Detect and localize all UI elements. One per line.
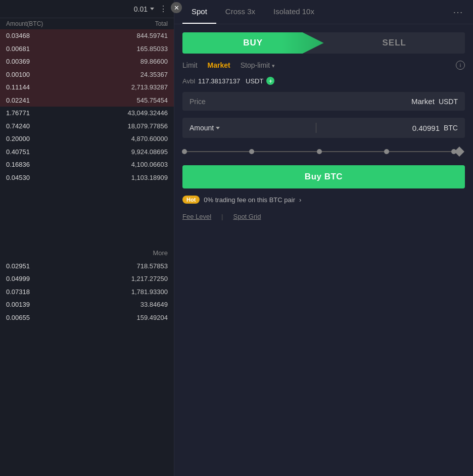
row-amount: 0.07318	[6, 287, 87, 297]
row-total: 4,870.60000	[87, 134, 168, 144]
slider-dot-25[interactable]	[249, 149, 254, 154]
slider-track	[184, 151, 454, 152]
row-total: 89.86600	[87, 57, 168, 67]
row-amount: 0.00139	[6, 300, 87, 310]
amount-currency: BTC	[444, 124, 458, 132]
more-options-icon[interactable]: ⋮	[159, 4, 168, 14]
row-total: 9,924.08695	[87, 147, 168, 157]
price-label: Price	[190, 98, 206, 106]
row-total: 1,781.93300	[87, 287, 168, 297]
row-total: 24.35367	[87, 70, 168, 80]
table-row: 0.00139 33.84649	[0, 298, 174, 311]
price-value: Market	[411, 97, 435, 106]
tabs-bar: SpotCross 3xIsolated 10x⋯	[174, 0, 473, 24]
row-amount: 0.04999	[6, 274, 87, 284]
row-total: 4,100.06603	[87, 160, 168, 170]
dropdown-arrow-icon	[150, 8, 154, 10]
field-divider	[316, 123, 316, 133]
table-row: 0.00369 89.86600	[0, 55, 174, 68]
close-button[interactable]: ✕	[171, 2, 182, 13]
order-type-stoplimit[interactable]: Stop-limit ▾	[241, 61, 275, 69]
row-amount: 1.76771	[6, 108, 87, 118]
left-header: 0.01 ⋮	[0, 0, 174, 18]
table-row: 0.11144 2,713.93287	[0, 81, 174, 94]
row-total: 844.59741	[87, 31, 168, 41]
row-total: 18,079.77856	[87, 121, 168, 131]
add-funds-button[interactable]: +	[266, 77, 274, 85]
row-amount: 0.74240	[6, 121, 87, 131]
table-row: 1.76771 43,049.32446	[0, 107, 174, 120]
table-row: 0.04530 1,103.18909	[0, 171, 174, 184]
price-field: Price Market USDT	[182, 92, 465, 111]
more-label: More	[153, 249, 168, 257]
footer-links: Fee Level|Spot Grid	[182, 213, 465, 220]
order-book-header: Amount(BTC) Total	[0, 18, 174, 29]
info-icon[interactable]: i	[456, 61, 465, 70]
amount-label-area[interactable]: Amount	[190, 124, 220, 132]
table-row: 0.20000 4,870.60000	[0, 132, 174, 146]
slider-handle[interactable]	[454, 147, 464, 157]
amount-field[interactable]: Amount 0.40991 BTC	[182, 118, 465, 138]
order-book-panel: ✕ 0.01 ⋮ Amount(BTC) Total 0.03468 844.5…	[0, 0, 174, 476]
table-row: 0.00681 165.85033	[0, 42, 174, 56]
table-row: 0.16836 4,100.06603	[0, 158, 174, 171]
tabs-more-icon[interactable]: ⋯	[451, 1, 465, 23]
footer-link-spot-grid[interactable]: Spot Grid	[233, 213, 261, 220]
slider-dot-75[interactable]	[384, 149, 389, 154]
table-row: 0.02951 718.57853	[0, 260, 174, 273]
order-type-limit[interactable]: Limit	[182, 61, 198, 69]
tab-cross-3x[interactable]: Cross 3x	[216, 0, 264, 24]
sell-button[interactable]: SELL	[324, 32, 465, 54]
row-total: 1,217.27250	[87, 274, 168, 284]
row-amount: 0.20000	[6, 134, 87, 144]
buy-sell-toggle: BUY SELL	[182, 32, 465, 54]
avbl-label: Avbl	[182, 77, 195, 85]
hot-text: 0% trading fee on this BTC pair	[204, 196, 295, 204]
tab-isolated-10x[interactable]: Isolated 10x	[264, 0, 323, 24]
more-section: More	[0, 246, 174, 260]
row-amount: 0.00681	[6, 44, 87, 54]
table-row: 0.40751 9,924.08695	[0, 146, 174, 159]
hot-badge: Hot	[182, 196, 200, 204]
amount-label-text: Amount	[190, 124, 214, 132]
tab-spot[interactable]: Spot	[182, 0, 216, 24]
row-amount: 0.02241	[6, 96, 87, 106]
total-col-header: Total	[87, 20, 168, 27]
hot-arrow-icon[interactable]: ›	[299, 196, 301, 204]
row-total: 1,103.18909	[87, 173, 168, 183]
trade-area: BUY SELL LimitMarketStop-limit ▾i Avbl 1…	[174, 24, 473, 228]
table-row: 0.07318 1,781.93300	[0, 285, 174, 299]
table-row: 0.02241 545.75454	[0, 94, 174, 107]
amount-dropdown-icon	[216, 127, 220, 129]
avbl-amount: 117.38137137 USDT	[198, 77, 263, 85]
row-amount: 0.00100	[6, 70, 87, 80]
amount-col-header: Amount(BTC)	[6, 20, 87, 27]
table-row: 0.00100 24.35367	[0, 68, 174, 81]
slider-dot-50[interactable]	[317, 149, 322, 154]
row-amount: 0.16836	[6, 160, 87, 170]
trading-panel: SpotCross 3xIsolated 10x⋯ BUY SELL Limit…	[174, 0, 473, 476]
order-rows-bottom: 0.02951 718.57853 0.04999 1,217.27250 0.…	[0, 260, 174, 477]
row-amount: 0.00655	[6, 313, 87, 323]
order-type-row: LimitMarketStop-limit ▾i	[182, 61, 465, 70]
order-type-market[interactable]: Market	[208, 61, 230, 69]
buy-button[interactable]: BUY	[182, 32, 324, 54]
decimal-dropdown[interactable]: 0.01	[134, 5, 154, 13]
price-value-area: Market USDT	[411, 97, 458, 106]
amount-slider[interactable]	[182, 145, 465, 158]
row-total: 545.75454	[87, 96, 168, 106]
order-rows-top: 0.03468 844.59741 0.00681 165.85033 0.00…	[0, 29, 174, 246]
table-row: 0.74240 18,079.77856	[0, 120, 174, 133]
row-amount: 0.40751	[6, 147, 87, 157]
row-amount: 0.03468	[6, 31, 87, 41]
row-total: 33.84649	[87, 300, 168, 310]
footer-link-fee-level[interactable]: Fee Level	[182, 213, 211, 220]
row-total: 165.85033	[87, 44, 168, 54]
price-currency: USDT	[439, 98, 458, 106]
amount-value-area: 0.40991 BTC	[412, 124, 458, 132]
slider-dot-0[interactable]	[182, 149, 187, 154]
buy-btc-button[interactable]: Buy BTC	[182, 165, 465, 188]
table-row: 0.04999 1,217.27250	[0, 272, 174, 285]
footer-separator: |	[221, 213, 223, 220]
row-total: 43,049.32446	[87, 108, 168, 118]
